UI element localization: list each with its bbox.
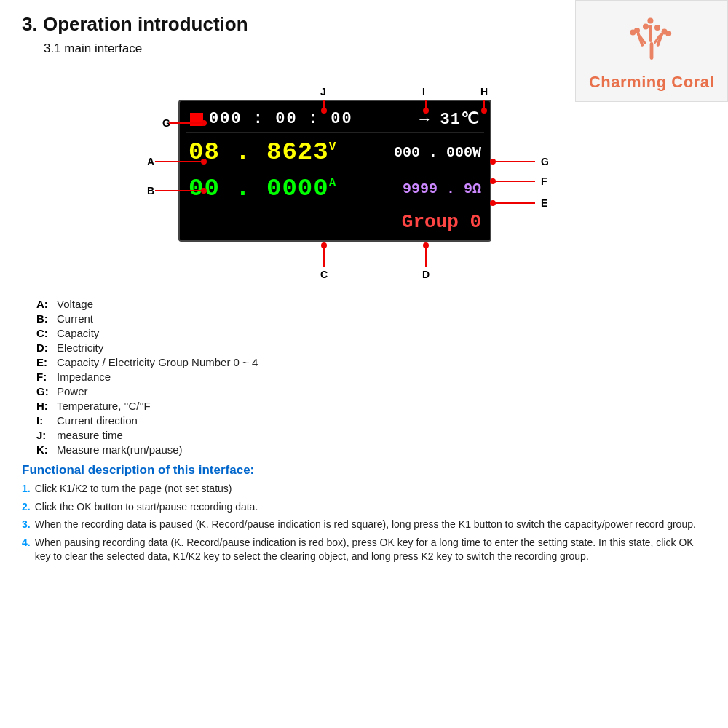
legend-section: A: Voltage B: Current C: Capacity D: Ele…: [36, 298, 706, 456]
svg-text:E: E: [541, 197, 547, 209]
legend-val-k: Measure mark(run/pause): [57, 443, 183, 456]
legend-val-e: Capacity / Electricity Group Number 0 ~ …: [57, 356, 258, 368]
legend-key-k: K:: [36, 443, 57, 456]
svg-point-47: [423, 242, 429, 248]
svg-text:A: A: [147, 156, 154, 167]
lcd-arrow-temp: → 31℃: [419, 109, 480, 129]
svg-point-6: [647, 17, 653, 23]
lcd-row2: 08 . 8623V 000 . 000W: [186, 133, 484, 171]
legend-key-b: B:: [36, 312, 57, 325]
legend-val-d: Electricity: [57, 341, 103, 354]
svg-point-12: [665, 31, 671, 36]
lcd-red-square: [190, 113, 203, 126]
svg-text:D: D: [422, 269, 430, 280]
legend-key-d: D:: [36, 341, 57, 354]
legend-item-c: C: Capacity: [36, 327, 706, 339]
legend-item-d: D: Electricity: [36, 341, 706, 354]
lcd-row1: 000 : 00 : 00 → 31℃: [186, 106, 484, 133]
page-wrapper: 3. Operation introduction: [0, 0, 728, 581]
func-num-3: 3.: [22, 518, 31, 532]
func-text-4: When pausing recording data (K. Record/p…: [35, 536, 706, 564]
coral-icon: [622, 10, 681, 68]
func-item-3: 3. When the recording data is paused (K.…: [22, 518, 706, 532]
svg-text:B: B: [147, 185, 154, 197]
svg-point-4: [643, 23, 649, 29]
func-item-4: 4. When pausing recording data (K. Recor…: [22, 536, 706, 564]
lcd-display: 000 : 00 : 00 → 31℃ 08 . 8623V 000 . 000…: [178, 100, 491, 242]
lcd-current: 00 . 0000A: [186, 175, 371, 202]
lcd-voltage-value: 08 . 8623: [189, 138, 329, 166]
func-num-1: 1.: [22, 482, 31, 496]
legend-key-h: H:: [36, 400, 57, 412]
svg-text:G: G: [541, 156, 549, 167]
diagram-area: 000 : 00 : 00 → 31℃ 08 . 8623V 000 . 000…: [98, 63, 630, 289]
legend-item-h: H: Temperature, °C/°F: [36, 400, 706, 412]
functional-section: Functional description of this interface…: [22, 463, 706, 564]
func-text-3: When the recording data is paused (K. Re…: [35, 518, 696, 532]
section-number: 3.: [22, 13, 38, 35]
legend-val-j: measure time: [57, 429, 123, 441]
legend-key-i: I:: [36, 414, 57, 427]
legend-val-f: Impedance: [57, 371, 111, 383]
svg-rect-0: [650, 42, 654, 60]
section-title: 3. Operation introduction: [22, 13, 248, 36]
legend-key-f: F:: [36, 371, 57, 383]
legend-item-e: E: Capacity / Electricity Group Number 0…: [36, 356, 706, 368]
legend-key-e: E:: [36, 356, 57, 368]
svg-text:H: H: [480, 86, 488, 98]
svg-text:J: J: [320, 86, 326, 98]
legend-val-b: Current: [57, 312, 93, 325]
svg-text:G: G: [162, 117, 170, 129]
functional-title: Functional description of this interface…: [22, 463, 706, 478]
legend-val-i: Current direction: [57, 414, 138, 427]
svg-point-44: [321, 242, 327, 248]
legend-val-c: Capacity: [57, 327, 99, 339]
lcd-power: 000 . 000W: [371, 144, 484, 161]
legend-key-g: G:: [36, 385, 57, 397]
lcd-row3: 00 . 0000A 9999 . 9Ω: [186, 171, 484, 206]
legend-key-a: A:: [36, 298, 57, 310]
legend-item-k: K: Measure mark(run/pause): [36, 443, 706, 456]
lcd-curr-unit: A: [329, 177, 337, 190]
legend-key-j: J:: [36, 429, 57, 441]
legend-val-g: Power: [57, 385, 88, 397]
legend-val-a: Voltage: [57, 298, 93, 310]
legend-item-f: F: Impedance: [36, 371, 706, 383]
func-text-1: Click K1/K2 to turn the page (not set st…: [35, 482, 232, 496]
svg-text:C: C: [320, 269, 328, 280]
legend-item-b: B: Current: [36, 312, 706, 325]
svg-rect-3: [649, 25, 652, 42]
svg-text:F: F: [541, 175, 547, 187]
legend-item-i: I: Current direction: [36, 414, 706, 427]
lcd-impedance: 9999 . 9Ω: [371, 181, 484, 197]
svg-point-11: [630, 29, 636, 35]
func-text-2: Click the OK button to start/pause recor…: [35, 500, 258, 515]
func-item-1: 1. Click K1/K2 to turn the page (not set…: [22, 482, 706, 496]
lcd-timer: 000 : 00 : 00: [209, 110, 419, 128]
legend-item-g: G: Power: [36, 385, 706, 397]
functional-list: 1. Click K1/K2 to turn the page (not set…: [22, 482, 706, 564]
svg-point-5: [654, 25, 660, 31]
legend-item-j: J: measure time: [36, 429, 706, 441]
lcd-row4: Group 0: [186, 206, 484, 238]
svg-text:I: I: [422, 86, 425, 98]
legend-key-c: C:: [36, 327, 57, 339]
lcd-voltage: 08 . 8623V: [186, 138, 371, 166]
lcd-current-value: 00 . 0000: [189, 175, 329, 202]
func-num-2: 2.: [22, 500, 31, 515]
legend-val-h: Temperature, °C/°F: [57, 400, 151, 412]
func-item-2: 2. Click the OK button to start/pause re…: [22, 500, 706, 515]
section-title-text: Operation introduction: [43, 13, 248, 35]
legend-item-a: A: Voltage: [36, 298, 706, 310]
lcd-group: Group 0: [371, 211, 484, 233]
lcd-volt-unit: V: [329, 141, 337, 154]
lcd-row5: 00000 . 0mAh 0000 . 00Wh: [186, 238, 484, 242]
func-num-4: 4.: [22, 536, 31, 550]
